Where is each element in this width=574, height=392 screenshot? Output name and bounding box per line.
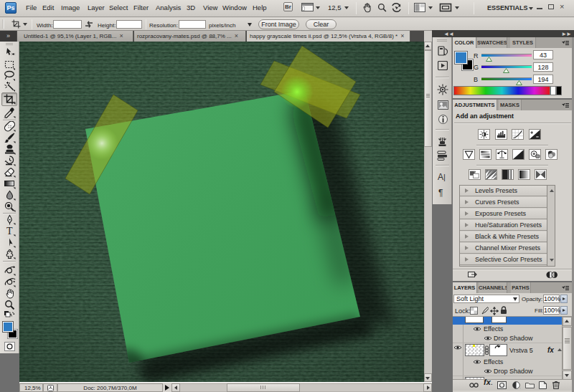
svg-text:T: T	[6, 226, 13, 236]
svg-text:.: .	[519, 385, 521, 389]
